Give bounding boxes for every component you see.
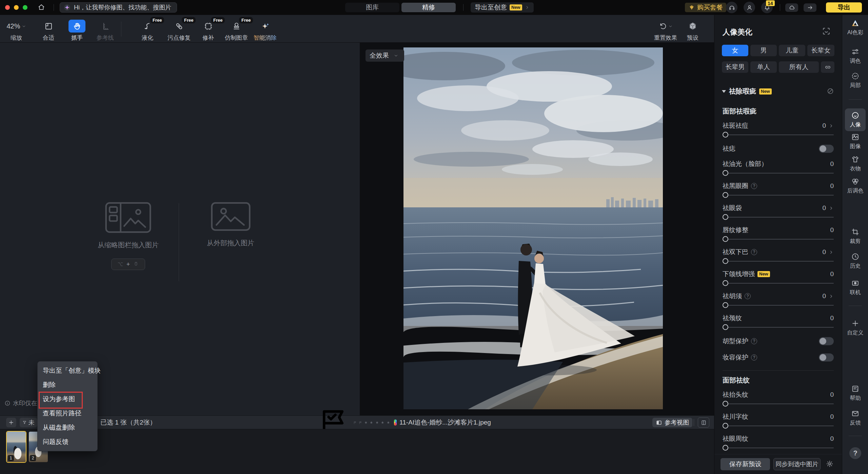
photo-wedding-beach[interactable]	[403, 47, 663, 409]
tool-hand[interactable]: 抓手	[61, 19, 93, 42]
expand-chevron-icon[interactable]	[829, 250, 834, 255]
expand-chevron-icon[interactable]	[829, 294, 834, 299]
face-target-button[interactable]: 长辈女	[807, 45, 834, 56]
rail-item-tether[interactable]: 联机	[842, 279, 868, 296]
face-target-button[interactable]: 长辈男	[722, 61, 748, 73]
slider-knob[interactable]	[723, 401, 728, 407]
share-export-button[interactable]	[804, 3, 816, 12]
star-rating-icon[interactable]	[387, 418, 390, 427]
sync-settings-button[interactable]	[824, 458, 836, 470]
slider-knob[interactable]	[723, 423, 728, 429]
sync-to-selected-button[interactable]: 同步到选中图片	[773, 458, 821, 470]
minimize-window-button[interactable]	[14, 5, 19, 10]
tab-refine[interactable]: 精修	[401, 3, 456, 12]
close-window-button[interactable]	[5, 5, 10, 10]
section-header-blemish[interactable]: 祛除瑕疵 New	[722, 87, 834, 96]
help-icon[interactable]: ?	[751, 354, 757, 360]
toggle-switch[interactable]	[819, 353, 834, 362]
rail-item-clothes[interactable]: 衣物	[842, 155, 868, 172]
cloud-sync-button[interactable]	[785, 3, 798, 12]
toggle-switch[interactable]	[819, 337, 834, 345]
help-icon[interactable]: ?	[751, 338, 757, 344]
menu-item[interactable]: 查看照片路径	[38, 406, 97, 420]
ai-assistant-bar[interactable]: Hi，让我帮你修图、找功能、搜图片	[60, 2, 177, 13]
slider-track[interactable]	[723, 131, 834, 139]
slider-knob[interactable]	[723, 170, 728, 176]
menu-item-set-as-reference[interactable]: 设为参考图	[38, 392, 97, 406]
export-button[interactable]: 导出	[826, 2, 862, 13]
face-target-button[interactable]: 儿童	[779, 45, 805, 56]
rail-item-local[interactable]: 局部	[842, 72, 868, 89]
face-target-button[interactable]: 男	[750, 45, 777, 56]
rail-item-portrait[interactable]: 人像	[845, 108, 866, 131]
rail-item-custom[interactable]: 自定义	[842, 319, 868, 336]
face-scan-icon[interactable]	[822, 26, 831, 36]
tool-fit[interactable]: 合适	[33, 19, 64, 42]
tool-clone-stamp[interactable]: Free仿制图章	[221, 19, 252, 42]
star-rating-icon[interactable]	[364, 418, 368, 427]
slider-knob[interactable]	[723, 324, 728, 330]
slider-track[interactable]	[723, 235, 834, 243]
reset-effects-button[interactable]: 重置效果	[649, 19, 683, 42]
buy-plan-button[interactable]: 购买套餐	[685, 3, 726, 12]
slider-knob[interactable]	[723, 280, 728, 286]
help-button[interactable]: ?	[849, 447, 861, 459]
expand-chevron-icon[interactable]	[829, 206, 834, 211]
rail-item-post-color[interactable]: 后调色	[842, 177, 868, 194]
slider-knob[interactable]	[723, 192, 728, 198]
menu-item[interactable]: 从磁盘删除	[38, 420, 97, 435]
export-to-creative-button[interactable]: 导出至创意 New	[471, 2, 534, 13]
tool-spot-heal[interactable]: Free污点修复	[163, 19, 195, 42]
filter-button[interactable]: 未	[20, 418, 37, 427]
face-target-button[interactable]: 单人	[750, 61, 777, 73]
rail-item-history[interactable]: 历史	[842, 252, 868, 270]
rail-item-tune[interactable]: 调色	[842, 47, 868, 65]
menu-item[interactable]: 删除	[38, 378, 97, 392]
flag-reject-icon[interactable]	[359, 419, 362, 427]
face-target-button[interactable]: 女	[722, 45, 748, 56]
photo-thumbnail-1[interactable]: 1	[7, 432, 26, 462]
slider-track[interactable]	[723, 422, 834, 430]
rail-item-help-doc[interactable]: ?帮助	[842, 385, 868, 402]
link-faces-button[interactable]	[821, 61, 834, 73]
slider-track[interactable]	[723, 444, 834, 452]
tool-liquify[interactable]: Free液化	[132, 19, 163, 42]
reference-view-button[interactable]: 参考视图	[652, 418, 692, 427]
presets-button[interactable]: 预设	[681, 19, 705, 42]
fullscreen-window-button[interactable]	[23, 5, 27, 10]
add-photos-button[interactable]	[6, 418, 16, 427]
tab-library[interactable]: 图库	[345, 3, 399, 12]
slider-knob[interactable]	[723, 132, 728, 138]
slider-knob[interactable]	[723, 236, 728, 242]
star-rating-icon[interactable]	[375, 418, 379, 427]
slider-track[interactable]	[723, 280, 834, 287]
tool-ai-erase[interactable]: 智能消除	[250, 19, 281, 42]
slider-track[interactable]	[723, 191, 834, 199]
help-icon[interactable]: ?	[751, 249, 757, 255]
split-view-button[interactable]	[698, 417, 709, 428]
rail-item-ai-color[interactable]: AI色彩	[842, 19, 868, 36]
account-button[interactable]	[744, 2, 755, 13]
menu-item[interactable]: 导出至「创意」模块	[38, 364, 97, 378]
home-button[interactable]	[35, 3, 47, 12]
tool-patch[interactable]: Free修补	[193, 19, 224, 42]
slider-track[interactable]	[723, 213, 834, 221]
menu-item[interactable]: 问题反馈	[38, 435, 97, 449]
rail-item-crop[interactable]: 裁剪	[842, 228, 868, 245]
slider-knob[interactable]	[723, 214, 728, 220]
rail-item-image[interactable]: 图像	[842, 133, 868, 150]
star-rating-icon[interactable]	[381, 418, 384, 427]
slider-knob[interactable]	[723, 258, 728, 264]
rail-item-feedback[interactable]: 反馈	[842, 409, 868, 427]
slider-track[interactable]	[723, 169, 834, 177]
expand-chevron-icon[interactable]	[829, 123, 834, 128]
dropzone-from-thumbnail-bar[interactable]: 从缩略图栏拖入图片 +	[91, 202, 165, 270]
compare-original-button[interactable]	[826, 87, 834, 96]
dropzone-from-external[interactable]: 从外部拖入图片	[193, 202, 268, 248]
flag-pick-icon[interactable]	[353, 419, 357, 427]
slider-knob[interactable]	[723, 302, 728, 308]
help-icon[interactable]: ?	[751, 183, 757, 189]
slider-track[interactable]	[723, 324, 834, 331]
slider-track[interactable]	[723, 400, 834, 408]
star-rating-icon[interactable]	[370, 418, 373, 427]
